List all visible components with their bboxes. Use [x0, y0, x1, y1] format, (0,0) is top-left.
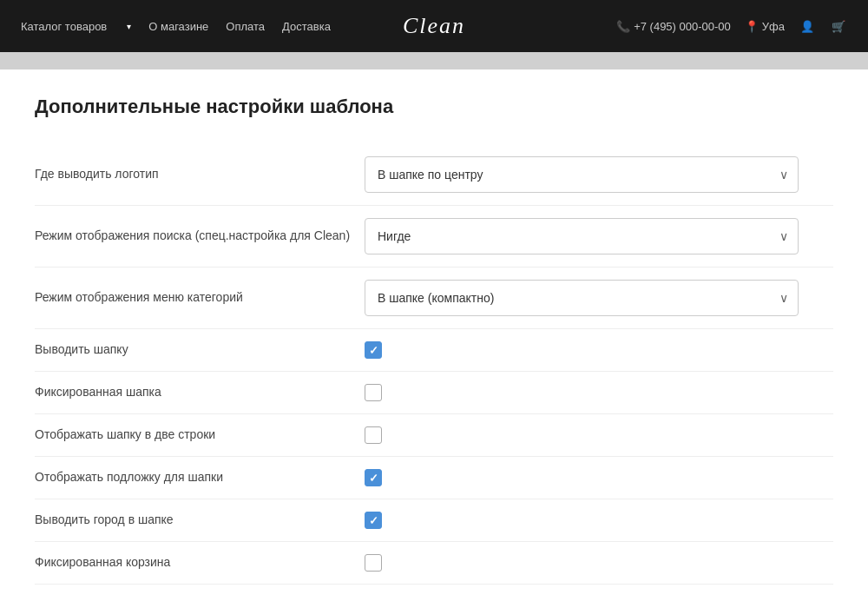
control-search_mode: НигдеВ шапкеПод шапкой∨	[365, 218, 833, 254]
control-header_bg	[365, 469, 833, 486]
label-fixed_header: Фиксированная шапка	[35, 384, 365, 401]
label-category_menu: Режим отображения меню категорий	[35, 289, 365, 307]
label-logo_position: Где выводить логотип	[35, 166, 365, 183]
nav-catalog[interactable]: Каталог товаров	[21, 20, 107, 33]
phone-number[interactable]: 📞 +7 (495) 000-00-00	[616, 20, 731, 33]
checkbox-two_row_header[interactable]	[365, 426, 382, 444]
settings-row-category_menu: Режим отображения меню категорийВ шапке …	[35, 268, 833, 329]
city-info[interactable]: 📍 Уфа	[745, 20, 785, 33]
header-right: 📞 +7 (495) 000-00-00 📍 Уфа 👤 🛒	[616, 17, 847, 35]
control-category_menu: В шапке (компактно)В шапкеСкрыто∨	[365, 280, 833, 316]
settings-row-show_header: Выводить шапку	[35, 329, 833, 372]
settings-row-two_row_header: Отображать шапку в две строки	[35, 414, 833, 457]
checkbox-fixed_header[interactable]	[365, 384, 382, 401]
control-fixed_header	[365, 384, 833, 401]
select-wrapper-category_menu: В шапке (компактно)В шапкеСкрыто∨	[365, 280, 799, 316]
select-search_mode[interactable]: НигдеВ шапкеПод шапкой	[365, 218, 799, 254]
settings-row-show_city: Выводить город в шапке	[35, 499, 833, 542]
settings-row-fixed_cart: Фиксированная корзина	[35, 542, 833, 585]
phone-icon: 📞	[616, 20, 630, 33]
label-show_city: Выводить город в шапке	[35, 512, 365, 529]
label-search_mode: Режим отображения поиска (спец.настройка…	[35, 228, 365, 245]
label-fixed_cart: Фиксированная корзина	[35, 554, 365, 572]
settings-form: Где выводить логотипВ шапке по центруВ ш…	[35, 144, 833, 585]
settings-row-fixed_header: Фиксированная шапка	[35, 372, 833, 414]
catalog-dropdown-arrow: ▾	[127, 22, 131, 31]
nav-about[interactable]: О магазине	[148, 20, 208, 33]
select-logo_position[interactable]: В шапке по центруВ шапке слеваВ шапке сп…	[365, 156, 799, 193]
gray-bar	[0, 52, 868, 69]
label-show_header: Выводить шапку	[35, 341, 365, 359]
cart-icon[interactable]: 🛒	[830, 17, 847, 35]
settings-row-header_bg: Отображать подложку для шапки	[35, 457, 833, 499]
control-show_header	[365, 341, 833, 359]
control-two_row_header	[365, 426, 833, 444]
settings-row-search_mode: Режим отображения поиска (спец.настройка…	[35, 206, 833, 268]
location-icon: 📍	[745, 20, 759, 33]
select-category_menu[interactable]: В шапке (компактно)В шапкеСкрыто	[365, 280, 799, 316]
checkbox-show_header[interactable]	[365, 341, 382, 359]
select-wrapper-search_mode: НигдеВ шапкеПод шапкой∨	[365, 218, 799, 254]
header: Каталог товаров ▾ О магазине Оплата Дост…	[0, 0, 868, 52]
settings-row-logo_position: Где выводить логотипВ шапке по центруВ ш…	[35, 144, 833, 206]
checkbox-fixed_cart[interactable]	[365, 554, 382, 572]
account-icon[interactable]: 👤	[799, 17, 816, 35]
header-nav: Каталог товаров ▾ О магазине Оплата Дост…	[21, 20, 331, 33]
page-title: Дополнительные настройки шаблона	[35, 96, 833, 118]
select-wrapper-logo_position: В шапке по центруВ шапке слеваВ шапке сп…	[365, 156, 799, 193]
checkbox-show_city[interactable]	[365, 512, 382, 529]
control-logo_position: В шапке по центруВ шапке слеваВ шапке сп…	[365, 156, 833, 193]
checkbox-header_bg[interactable]	[365, 469, 382, 486]
site-logo: Clean	[403, 13, 465, 39]
nav-delivery[interactable]: Доставка	[282, 20, 331, 33]
nav-payment[interactable]: Оплата	[226, 20, 265, 33]
label-header_bg: Отображать подложку для шапки	[35, 469, 365, 486]
control-fixed_cart	[365, 554, 833, 572]
control-show_city	[365, 512, 833, 529]
main-content: Дополнительные настройки шаблона Где выв…	[0, 69, 868, 608]
label-two_row_header: Отображать шапку в две строки	[35, 426, 365, 444]
